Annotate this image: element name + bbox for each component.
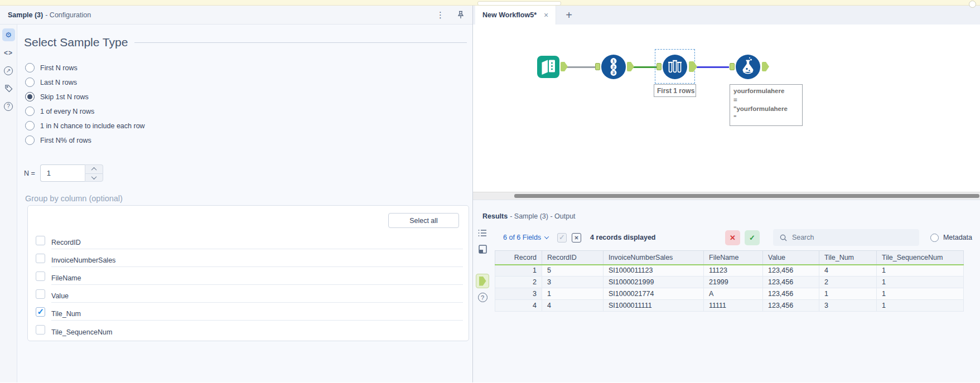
overflow-menu-icon[interactable]: ⋮ — [436, 11, 445, 19]
search-input[interactable] — [792, 234, 913, 241]
checkbox — [36, 289, 45, 299]
radio-first-n-percent[interactable]: First N% of rows — [25, 135, 469, 145]
results-panel-header: Results - Sample (3) - Output — [473, 200, 980, 225]
select-all-button[interactable]: Select all — [388, 213, 459, 228]
stepper-down-button[interactable] — [85, 173, 103, 182]
results-help-icon[interactable]: ? — [478, 293, 487, 302]
formula-input-anchor[interactable] — [730, 63, 735, 70]
table-row[interactable]: 3 1 SI1000021774 A 123,456 1 1 — [495, 288, 964, 300]
scrollbar-thumb[interactable] — [514, 194, 979, 198]
svg-text:1: 1 — [612, 59, 615, 64]
ribbon-fragment — [477, 1, 561, 6]
recordid-output-anchor[interactable] — [627, 62, 634, 71]
metadata-radio[interactable]: Metadata — [930, 234, 972, 242]
input-data-tool[interactable] — [537, 56, 559, 80]
config-icon-rail: ⚙ <> ↗ ? — [0, 25, 17, 382]
recordid-input-anchor[interactable] — [595, 63, 600, 70]
workflow-tab-strip: New Workflow5* × + — [473, 6, 980, 25]
radio-1-of-every-n-rows[interactable]: 1 of every N rows — [25, 106, 469, 116]
formula-output-anchor[interactable] — [762, 62, 769, 71]
help-icon[interactable]: ? — [2, 100, 15, 113]
stepper-up-button[interactable] — [85, 164, 103, 173]
radio-1-in-n-chance[interactable]: 1 in N chance to include each row — [25, 121, 469, 130]
sample-annotation[interactable]: First 1 rows — [654, 84, 696, 97]
configuration-panel: Sample (3) - Configuration ⋮ ⚙ <> ↗ — [0, 6, 473, 382]
sample-type-radio-group: First N rows Last N rows Skip 1st N rows… — [24, 63, 469, 145]
page-title: Select Sample Type — [24, 36, 128, 49]
results-toolbar: 6 of 6 Fields ✕ 4 records displayed ✕ ✓ — [492, 225, 980, 250]
column-option-value[interactable]: Value — [36, 285, 463, 303]
table-view-icon[interactable] — [478, 229, 487, 239]
radio-circle — [930, 234, 939, 242]
pin-icon[interactable] — [457, 11, 465, 19]
col-header-recordid[interactable]: RecordID — [542, 251, 604, 265]
col-header-value[interactable]: Value — [763, 251, 819, 265]
results-panel: Results - Sample (3) - Output — [473, 200, 980, 382]
config-subtitle: - Configuration — [45, 11, 91, 19]
col-header-invoicenumbersales[interactable]: InvoiceNumberSales — [604, 251, 704, 265]
search-icon — [780, 234, 787, 241]
clear-selection-icon[interactable]: ✕ — [572, 233, 581, 243]
radio-last-n-rows[interactable]: Last N rows — [25, 77, 469, 87]
svg-text:3: 3 — [612, 70, 615, 75]
gear-icon[interactable]: ⚙ — [2, 28, 15, 41]
svg-text:2: 2 — [612, 65, 615, 70]
workflow-canvas[interactable]: 1 2 3 — [473, 25, 980, 192]
column-option-invoicenumbersales[interactable]: InvoiceNumberSales — [36, 249, 463, 267]
tab-new-workflow5[interactable]: New Workflow5* × — [475, 6, 556, 25]
col-header-tile-num[interactable]: Tile_Num — [819, 251, 877, 265]
results-icon-rail: ? — [473, 225, 492, 382]
reject-button[interactable]: ✕ — [725, 230, 740, 245]
output-anchor-selector[interactable] — [476, 274, 489, 288]
new-tab-button[interactable]: + — [556, 6, 582, 25]
radio-circle — [25, 121, 35, 130]
chevron-down-icon — [544, 234, 549, 239]
close-tab-icon[interactable]: × — [544, 11, 548, 20]
table-row[interactable]: 2 3 SI1000021999 21999 123,456 2 1 — [495, 277, 964, 288]
column-option-filename[interactable]: FileName — [36, 267, 463, 285]
open-in-new-icon[interactable]: ↗ — [2, 64, 15, 77]
config-title: Sample (3) — [8, 11, 43, 19]
wire-sample-to-formula — [697, 66, 729, 68]
radio-circle — [25, 106, 35, 116]
n-value-input[interactable] — [40, 164, 85, 182]
checkbox-checked — [36, 307, 45, 317]
tag-icon[interactable] — [2, 82, 15, 95]
accept-button[interactable]: ✓ — [745, 230, 760, 245]
group-by-label: Group by column (optional) — [25, 194, 469, 203]
cut-off-ribbon — [0, 0, 980, 6]
column-option-recordid[interactable]: RecordID — [36, 231, 463, 249]
col-header-record[interactable]: Record — [495, 251, 542, 265]
column-option-tile-num[interactable]: Tile_Num — [36, 303, 463, 321]
group-by-column-box: Select all RecordID InvoiceNumberSales — [27, 205, 469, 341]
col-header-filename[interactable]: FileName — [704, 251, 763, 265]
radio-circle-selected — [25, 92, 35, 101]
sample-output-anchor[interactable] — [689, 61, 697, 72]
code-icon[interactable]: <> — [2, 46, 15, 59]
input-output-anchor[interactable] — [561, 62, 568, 71]
radio-circle — [25, 135, 35, 145]
table-row[interactable]: 4 4 SI1000011111 11111 123,456 3 1 — [495, 300, 964, 312]
results-subtitle: - Sample (3) - Output — [510, 212, 575, 220]
record-id-tool[interactable]: 1 2 3 — [601, 55, 626, 81]
n-stepper — [85, 164, 103, 182]
select-all-cells-icon[interactable] — [557, 233, 567, 243]
configuration-panel-header: Sample (3) - Configuration ⋮ — [0, 6, 472, 25]
formula-tool[interactable] — [736, 55, 760, 81]
radio-circle — [25, 63, 35, 72]
table-row[interactable]: 1 5 SI1000011123 11123 123,456 4 1 — [495, 265, 964, 277]
results-table: Record RecordID InvoiceNumberSales FileN… — [495, 250, 964, 312]
fields-dropdown[interactable]: 6 of 6 Fields — [503, 234, 548, 241]
column-option-tile-sequencenum[interactable]: Tile_SequenceNum — [36, 321, 463, 338]
canvas-horizontal-scrollbar[interactable] — [473, 192, 980, 200]
n-label: N = — [24, 169, 35, 177]
dock-panel-icon[interactable] — [479, 245, 487, 256]
col-header-tile-sequencenum[interactable]: Tile_SequenceNum — [877, 251, 964, 265]
ribbon-fragment-circle — [969, 1, 976, 8]
checkbox — [36, 254, 45, 263]
sample-tool[interactable] — [663, 55, 687, 81]
radio-skip-1st-n-rows[interactable]: Skip 1st N rows — [25, 92, 469, 101]
sample-input-anchor[interactable] — [656, 63, 662, 70]
radio-first-n-rows[interactable]: First N rows — [25, 63, 469, 72]
formula-annotation[interactable]: yourformulahere = "yourformulahere " — [730, 84, 803, 126]
